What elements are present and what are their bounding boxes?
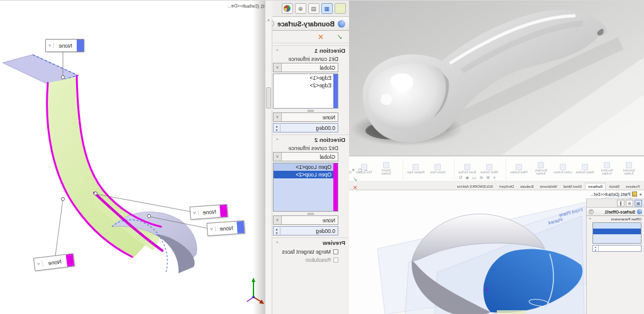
cancel-button[interactable]: ✕ — [318, 33, 324, 41]
dir2-selection-list[interactable]: Open Loop<1>Open Loop<2> — [273, 163, 338, 212]
callout-none-right-upper[interactable]: ˅ None — [189, 204, 228, 220]
configuration-manager-tab[interactable]: ▤ — [308, 3, 319, 14]
ribbon-command-extend-surface[interactable]: Extend Surface — [377, 162, 396, 175]
ribbon-group: Extruded SurfaceRevolved SurfaceSwept Su… — [506, 158, 641, 180]
confirm-cancel-button[interactable]: ✕ — [353, 185, 358, 191]
hud-icon[interactable]: ↻ — [458, 175, 462, 180]
confirm-ok-button[interactable]: ✓ — [353, 176, 358, 183]
spinner-arrows-icon[interactable]: ▲▼ — [593, 246, 599, 251]
feature-tree-label: Part1 (Default<<Def... — [591, 192, 630, 197]
chevron-down-icon[interactable]: ˅ — [191, 210, 199, 216]
ribbon-command-replace-face[interactable]: Replace Face — [406, 164, 425, 174]
ribbon-command-boundary-surface[interactable]: Boundary Surface — [531, 162, 550, 175]
merge-tangent-faces-checkbox[interactable]: Merge tangent faces — [272, 249, 338, 255]
preview-group-header[interactable]: Preview ^ — [272, 237, 349, 247]
hud-icon[interactable]: ⊖ — [479, 175, 483, 180]
callout-none-right-lower[interactable]: ˅ None — [206, 220, 245, 236]
ribbon-command-lofted-surface[interactable]: Lofted Surface — [553, 164, 572, 174]
hud-icon[interactable]: ◈ — [465, 175, 469, 180]
dim-xpert-tab[interactable]: ⊕ — [295, 3, 306, 14]
offset-parameters-header[interactable]: Offset Parameters ^ — [587, 216, 644, 221]
chevron-down-icon[interactable]: ˅ — [208, 226, 216, 232]
screenshot-root: ˅ None ˅ None ˅ None ˅ None Part1 (Defau… — [0, 0, 644, 314]
list-item-selected[interactable] — [593, 229, 641, 234]
expand-arrow-icon[interactable]: ▶ — [639, 192, 641, 196]
ribbon-command-ruled-surface[interactable]: Ruled Surface — [458, 164, 477, 174]
dir1-selection-list[interactable]: Edge<1>Edge<2> — [273, 73, 338, 109]
offset-distance-spinner[interactable]: ▲▼ — [592, 245, 641, 252]
dir1-tangency-dropdown[interactable]: None ˅ — [273, 112, 338, 122]
direction1-group-header[interactable]: Direction 1 ^ — [272, 45, 349, 55]
dir2-influence-dropdown[interactable]: Global ˅ — [273, 152, 338, 161]
display-manager-tab[interactable] — [617, 200, 625, 207]
spinner-arrows-icon[interactable]: ▲▼ — [274, 124, 280, 132]
dir2-draft-angle-spinner[interactable]: 0.00deg ▲▼ — [273, 226, 338, 236]
dir2-influence-label: Dir2 curves influence — [272, 145, 338, 151]
command-icon — [413, 164, 419, 170]
tab-sketch[interactable]: Sketch — [606, 183, 623, 190]
hud-icon[interactable]: ⊕ — [486, 175, 490, 180]
feature-tree-node[interactable]: ▶ Part1 (Default<<Def... — [591, 192, 641, 197]
feature-manager-tab[interactable] — [335, 3, 346, 14]
tab-dimxpert[interactable]: DimXpert — [496, 183, 517, 190]
chevron-down-icon[interactable]: ˅ — [35, 261, 43, 268]
callout-label: None — [216, 224, 238, 232]
scrollbar-thumb[interactable] — [266, 87, 271, 109]
ribbon-command-delete-face[interactable]: Delete Face — [428, 164, 447, 174]
help-icon[interactable]: ? — [589, 209, 594, 214]
color-wheel-icon — [620, 201, 621, 206]
chevron-down-icon[interactable]: ˅ — [46, 43, 54, 48]
tab-evaluate[interactable]: Evaluate — [517, 183, 536, 190]
panel-scrollbar[interactable]: ˄ — [265, 18, 272, 314]
ribbon-command-swept-surface[interactable]: Swept Surface — [575, 164, 594, 174]
hud-icon[interactable]: ⌖ — [493, 175, 496, 180]
direction2-group-header[interactable]: Direction 2 ^ — [272, 134, 349, 144]
tab-surfaces[interactable]: Surfaces — [585, 183, 606, 190]
ribbon-command-extruded-surface[interactable]: Extruded Surface — [619, 162, 638, 175]
collapse-icon[interactable]: ^ — [276, 48, 279, 53]
list-item[interactable]: Edge<1> — [274, 74, 338, 82]
chevron-down-icon: ˅ — [274, 153, 282, 161]
hud-icon[interactable]: ▭ — [472, 175, 477, 180]
configuration-manager-tab[interactable]: ⊕ — [626, 200, 633, 207]
tab-features[interactable]: Features — [623, 183, 643, 190]
display-manager-tab[interactable] — [282, 3, 293, 14]
command-manager-tabs: FeaturesSketchSurfacesSheet MetalWeldmen… — [349, 181, 644, 190]
ribbon-command-offset-surface[interactable]: Offset Surface — [480, 164, 499, 174]
offset-surface-icon — [637, 209, 642, 214]
panel-title: Boundary-Surface — [277, 20, 335, 28]
restore-button[interactable]: ▢ — [358, 168, 362, 173]
close-button[interactable]: ✕ — [352, 168, 355, 173]
faces-to-offset-list[interactable] — [592, 222, 641, 244]
ribbon-command-revolved-surface[interactable]: Revolved Surface — [597, 162, 616, 175]
list-item[interactable] — [593, 223, 641, 229]
dir2-tangency-dropdown[interactable]: None ˅ — [273, 215, 338, 225]
ok-button[interactable]: ✓ — [336, 33, 343, 41]
list-item[interactable]: Open Loop<2> — [274, 171, 338, 178]
list-resize-grip[interactable] — [308, 110, 314, 112]
heads-up-view-toolbar[interactable]: ⌖⊕⊖▭◈↻ — [458, 175, 496, 180]
minimize-button[interactable]: – — [365, 168, 368, 173]
ribbon-command-filled-surface[interactable]: Filled Surface — [509, 164, 528, 174]
color-swatch — [219, 205, 227, 217]
tab-solidworks-add-ins[interactable]: SOLIDWORKS Add-Ins — [454, 183, 496, 190]
resolution-row-partial[interactable]: Resolution — [272, 257, 338, 263]
collapse-icon[interactable]: ^ — [276, 137, 279, 143]
tab-weldments[interactable]: Weldments — [536, 183, 560, 190]
checkbox-icon[interactable] — [333, 249, 338, 254]
property-manager-tab[interactable]: ▦ — [635, 200, 642, 207]
scroll-up-icon[interactable]: ˄ — [267, 18, 270, 23]
tab-sheet-metal[interactable]: Sheet Metal — [560, 183, 585, 190]
list-resize-grip[interactable] — [308, 213, 314, 215]
collapse-icon[interactable]: ^ — [589, 217, 591, 221]
dir1-draft-angle-spinner[interactable]: 0.00deg ▲▼ — [273, 123, 338, 133]
spinner-arrows-icon[interactable]: ▲▼ — [274, 227, 280, 235]
collapse-icon[interactable]: ^ — [276, 240, 279, 246]
dir1-influence-dropdown[interactable]: Global ˅ — [273, 63, 338, 72]
checkbox-icon[interactable] — [333, 257, 338, 263]
list-item[interactable]: Edge<2> — [274, 82, 338, 89]
callout-none-top[interactable]: ˅ None — [45, 39, 84, 52]
list-item[interactable]: Open Loop<1> — [274, 163, 338, 171]
boundary-surface-property-manager: ▦ ▤ ⊕ Boundary-Surface ? ✓ ✕ Direction 1 — [265, 1, 349, 314]
property-manager-tab[interactable]: ▦ — [321, 3, 333, 14]
